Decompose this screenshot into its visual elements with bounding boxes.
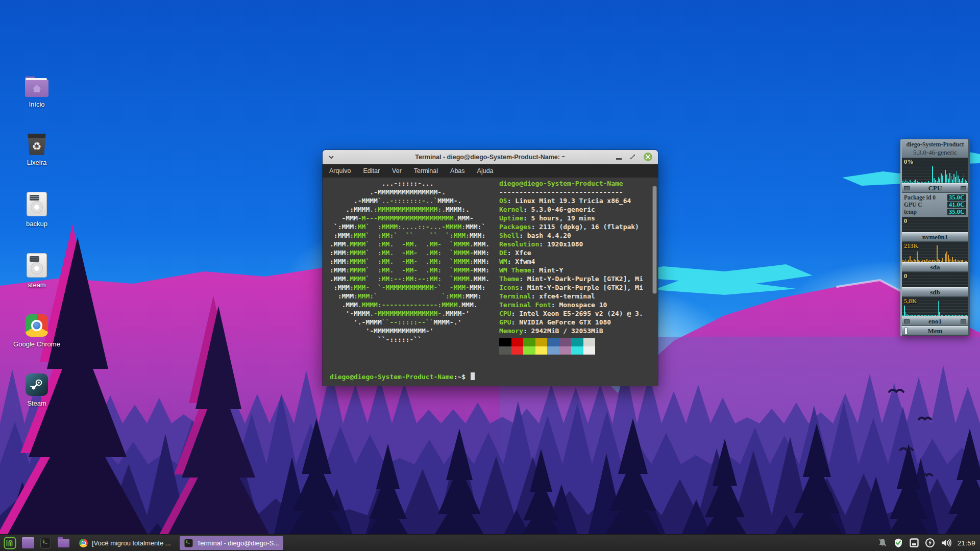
window-title: Terminal - diego@diego-System-Product-Na… xyxy=(323,154,658,161)
update-shield-icon[interactable] xyxy=(893,538,903,548)
notifications-muted-icon[interactable] xyxy=(877,538,888,548)
desktop-icon-label: Google Chrome xyxy=(13,340,60,348)
info-line: WM Theme: Mint-Y xyxy=(499,266,643,274)
palette-swatch xyxy=(499,338,511,346)
mint-menu-button[interactable] xyxy=(3,536,17,550)
palette-swatch xyxy=(523,338,535,346)
file-manager-launcher[interactable] xyxy=(57,536,70,550)
home-folder-icon xyxy=(25,80,48,97)
ascii-line: :MMM:MMMM` :MM. -MM- .MM: `MMMM-MMM: xyxy=(330,266,489,274)
ascii-line: .:MMMM.:MMMMMMMMMMMMMMM:.MMMM:. xyxy=(330,205,489,214)
taskbar: $_ [Você migrou totalmente ... $_ Termin… xyxy=(0,534,980,551)
ascii-line: .MMM.MMMM` :MM. -MM. .MM- `MMMM.MMM. xyxy=(330,240,489,248)
volume-icon[interactable] xyxy=(941,538,952,548)
hard-drive-icon xyxy=(27,192,47,216)
palette-swatch xyxy=(547,346,559,355)
folder-icon xyxy=(58,539,69,547)
menu-arquivo[interactable]: Arquivo xyxy=(329,167,351,174)
palette-swatch xyxy=(499,346,511,355)
steam-icon xyxy=(26,373,48,396)
info-line: Uptime: 5 hours, 19 mins xyxy=(499,214,643,222)
show-desktop-button[interactable] xyxy=(21,536,35,550)
terminal-scrollbar[interactable] xyxy=(652,186,657,294)
palette-swatch xyxy=(583,338,596,346)
ascii-line: :MMM:MMMM` :MM. -MM- .MM: `MMMM:MMM: xyxy=(330,257,489,266)
palette-swatch xyxy=(559,338,572,346)
shell-prompt: diego@diego-System-Product-Name:~$ xyxy=(330,372,475,381)
monitor-chart: 5,8K xyxy=(902,297,968,316)
desktop-icon-label: Início xyxy=(29,101,44,108)
monitor-sensors: Package id 035.0CGPU C41.0Ctemp35.0C xyxy=(902,193,968,217)
close-button[interactable] xyxy=(644,153,652,161)
desktop-icon-home[interactable]: Início xyxy=(25,74,48,108)
info-line: diego@diego-System-Product-Name xyxy=(499,179,643,188)
monitor-panel-eno1[interactable]: eno1 xyxy=(902,316,968,326)
info-line: Packages: 2115 (dpkg), 16 (flatpak) xyxy=(499,222,643,231)
info-line: GPU: NVIDIA GeForce GTX 1080 xyxy=(499,318,643,327)
taskbar-task-terminal[interactable]: $_ Terminal - diego@diego-S... xyxy=(180,536,283,550)
palette-swatch xyxy=(511,346,524,355)
menu-ver[interactable]: Ver xyxy=(392,167,402,174)
system-monitor-widget[interactable]: diego-System-Product 5.3.0-46-generic 0%… xyxy=(900,139,970,336)
power-manager-icon[interactable] xyxy=(925,538,935,548)
prompt-suffix: :~$ xyxy=(454,373,470,381)
monitor-chart: 0 xyxy=(902,217,968,232)
desktop-icon-steam-drive[interactable]: steam xyxy=(27,253,47,289)
ascii-line: :MMM:MMM- `-MMMMMMMMMMMM-` -MMM-MMM: xyxy=(330,283,489,292)
info-line: Terminal: xfce4-terminal xyxy=(499,292,643,300)
menu-terminal[interactable]: Terminal xyxy=(414,167,438,174)
neofetch-info: diego@diego-System-Product-Name---------… xyxy=(499,179,643,355)
info-line: ------------------------------- xyxy=(499,188,643,196)
desktop-icon-backup[interactable]: backup xyxy=(26,192,47,228)
taskbar-task-chrome[interactable]: [Você migrou totalmente ... xyxy=(75,536,176,550)
desktop-icon xyxy=(22,537,34,548)
menu-ajuda[interactable]: Ajuda xyxy=(477,167,494,174)
desktop-icon-chrome[interactable]: Google Chrome xyxy=(13,314,60,348)
ascii-line: -MMM-M---MMMMMMMMMMMMMMMMMMM.MMM- xyxy=(330,214,489,222)
ascii-line: '-MMMM.-MMMMMMMMMMMMMMM-.MMMM-' xyxy=(330,309,489,318)
palette-swatch xyxy=(523,346,535,355)
terminal-color-palette xyxy=(499,338,643,355)
ascii-line: .MMM.MMMM:--------------:MMMM.MMM. xyxy=(330,300,489,309)
window-menu-chevron-icon[interactable] xyxy=(328,155,334,159)
monitor-panel-cpu[interactable]: CPU xyxy=(902,183,968,193)
desktop-icon-steam-app[interactable]: Steam xyxy=(26,373,48,407)
info-line: CPU: Intel Xeon E5-2695 v2 (24) @ 3. xyxy=(499,309,643,318)
palette-swatch xyxy=(535,346,548,355)
removable-drive-icon[interactable] xyxy=(909,538,919,548)
desktop-icon-label: backup xyxy=(26,220,47,228)
info-line: WM: Xfwm4 xyxy=(499,257,643,266)
menu-editar[interactable]: Editar xyxy=(363,167,380,174)
monitor-panel-sda[interactable]: sda xyxy=(902,262,968,272)
monitor-chart: 0 xyxy=(902,272,968,287)
ascii-line: `:MMM:MM` :MMMM:....::-...-MMMM:MMM:` xyxy=(330,222,489,231)
info-line: Shell: bash 4.4.20 xyxy=(499,231,643,240)
taskbar-clock[interactable]: 21:59 xyxy=(958,539,975,547)
desktop-icon-trash[interactable]: ♻ Lixeira xyxy=(27,134,46,166)
monitor-panel-sdb[interactable]: sdb xyxy=(902,287,968,297)
palette-swatch xyxy=(535,338,548,346)
monitor-panel-nvme0n1[interactable]: nvme0n1 xyxy=(902,232,968,242)
minimize-button[interactable] xyxy=(616,158,622,160)
monitor-sections: 0%CPUPackage id 035.0CGPU C41.0Ctemp35.0… xyxy=(902,158,968,336)
window-titlebar[interactable]: Terminal - diego@diego-System-Product-Na… xyxy=(323,150,658,164)
info-line: Kernel: 5.3.0-46-generic xyxy=(499,205,643,214)
ascii-line: .-MMMMMMMMMMMMMMM-. xyxy=(330,188,489,196)
info-line: Icons: Mint-Y-Dark-Purple [GTK2], Mi xyxy=(499,283,643,292)
maximize-button[interactable] xyxy=(629,154,636,160)
ascii-line: :MMM:MMMM` :MM. -MM- .MM: `MMMM-MMM: xyxy=(330,248,489,257)
ascii-line: :MMM:MMM:` `:MMM:MMM: xyxy=(330,292,489,300)
menu-abas[interactable]: Abas xyxy=(450,167,465,174)
neofetch-ascii: ...-:::::-... .-MMMMMMMMMMMMMMM-. .-MMMM… xyxy=(330,179,489,344)
terminal-window: Terminal - diego@diego-System-Product-Na… xyxy=(323,150,658,386)
desktop-icon-label: steam xyxy=(28,281,45,289)
ascii-line: ...-:::::-... xyxy=(330,179,489,188)
palette-swatch xyxy=(547,338,559,346)
ascii-line: .-MMMM`..-:::::::-..`MMMM-. xyxy=(330,196,489,205)
terminal-launcher[interactable]: $_ xyxy=(39,536,53,550)
task-label: Terminal - diego@diego-S... xyxy=(197,539,279,547)
ascii-line: '.-MMMM``--:::::--``MMMM-.' xyxy=(330,318,489,327)
terminal-content[interactable]: ...-:::::-... .-MMMMMMMMMMMMMMM-. .-MMMM… xyxy=(323,178,658,386)
monitor-panel-mem[interactable]: Mem xyxy=(902,326,968,336)
palette-swatch xyxy=(571,346,583,355)
